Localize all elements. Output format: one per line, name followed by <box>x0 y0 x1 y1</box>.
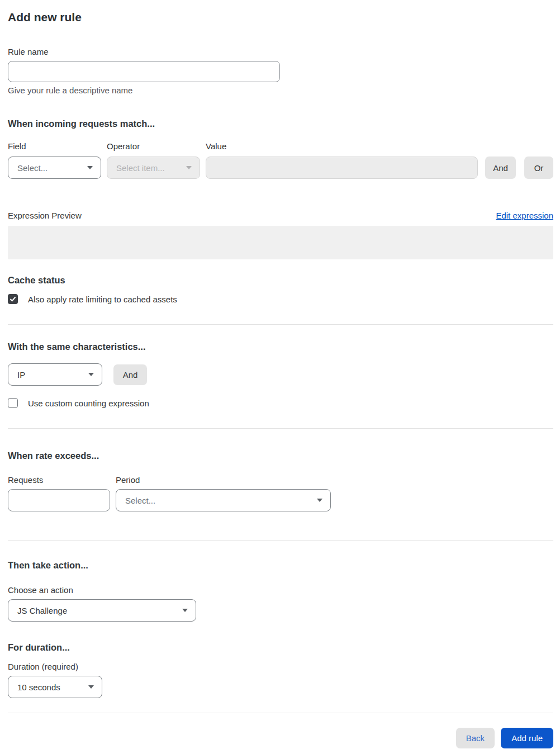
chevron-down-icon <box>186 166 192 169</box>
operator-label: Operator <box>107 141 206 151</box>
expression-preview-label: Expression Preview <box>8 211 82 220</box>
custom-counting-checkbox[interactable] <box>8 398 18 408</box>
value-label: Value <box>206 141 226 151</box>
cache-section-heading: Cache status <box>8 274 553 286</box>
period-select[interactable]: Select... <box>116 489 331 511</box>
requests-input[interactable] <box>8 489 110 511</box>
duration-label: Duration (required) <box>8 662 553 671</box>
requests-label: Requests <box>8 475 116 485</box>
field-label: Field <box>8 141 107 151</box>
action-select-value: JS Challenge <box>17 606 67 615</box>
rule-name-label: Rule name <box>8 47 553 56</box>
cached-assets-checkbox-label: Also apply rate limiting to cached asset… <box>28 295 177 304</box>
period-select-value: Select... <box>125 496 155 505</box>
characteristics-and-button[interactable]: And <box>113 364 147 385</box>
match-section-heading: When incoming requests match... <box>8 118 553 129</box>
action-section-heading: Then take action... <box>8 560 553 571</box>
duration-section-heading: For duration... <box>8 642 553 653</box>
field-select[interactable]: Select... <box>8 157 101 179</box>
add-rule-form: Add new rule Rule name Give your rule a … <box>0 0 560 749</box>
operator-select-value: Select item... <box>116 163 165 173</box>
characteristic-select-value: IP <box>17 370 25 380</box>
back-button[interactable]: Back <box>456 728 495 748</box>
rate-section-heading: When rate exceeds... <box>8 450 553 461</box>
operator-select[interactable]: Select item... <box>107 157 200 179</box>
field-select-value: Select... <box>17 163 48 173</box>
chevron-down-icon <box>88 685 94 689</box>
edit-expression-link[interactable]: Edit expression <box>496 211 553 220</box>
period-label: Period <box>116 475 140 485</box>
add-rule-button[interactable]: Add rule <box>501 728 553 748</box>
value-input[interactable] <box>206 157 478 179</box>
page-title: Add new rule <box>8 10 553 24</box>
rule-name-help: Give your rule a descriptive name <box>8 86 553 95</box>
duration-select[interactable]: 10 seconds <box>8 676 102 698</box>
divider <box>8 324 553 325</box>
and-button[interactable]: And <box>485 157 516 179</box>
check-icon <box>10 296 16 302</box>
duration-select-value: 10 seconds <box>17 682 60 692</box>
cached-assets-checkbox[interactable] <box>8 294 18 304</box>
action-select[interactable]: JS Challenge <box>8 599 196 622</box>
choose-action-label: Choose an action <box>8 585 553 595</box>
chevron-down-icon <box>88 373 94 376</box>
or-button[interactable]: Or <box>524 157 553 179</box>
rule-name-input[interactable] <box>8 61 280 82</box>
divider <box>8 713 553 713</box>
chevron-down-icon <box>182 609 188 612</box>
expression-preview-box <box>8 226 553 259</box>
characteristic-select[interactable]: IP <box>8 363 102 386</box>
chevron-down-icon <box>87 166 93 169</box>
chevron-down-icon <box>317 499 322 502</box>
characteristics-section-heading: With the same characteristics... <box>8 341 553 352</box>
custom-counting-checkbox-label: Use custom counting expression <box>28 399 149 408</box>
divider <box>8 540 553 541</box>
divider <box>8 428 553 429</box>
